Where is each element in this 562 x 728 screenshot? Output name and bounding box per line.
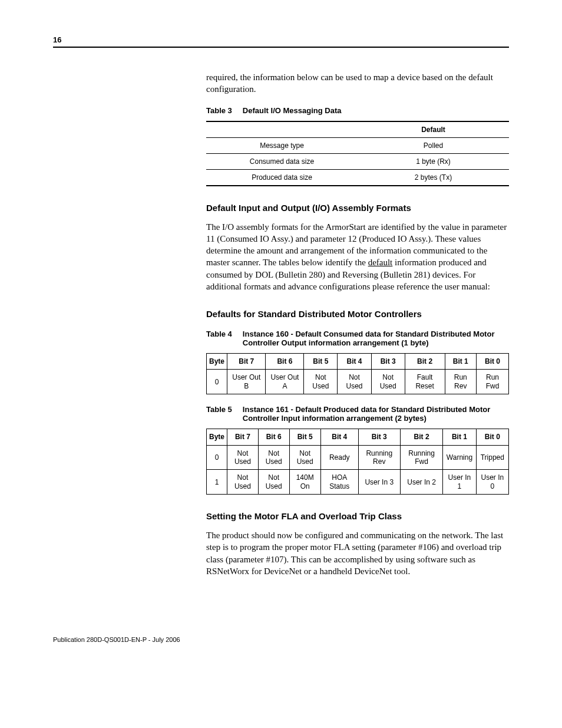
t5r0c4: Ready [320, 445, 358, 470]
table5-caption: Table 5 Instance 161 - Default Produced … [206, 405, 509, 423]
t4r0c7: Run Rev [445, 370, 477, 394]
table-row: 1 Not Used Not Used 140M On HOA Status U… [207, 470, 509, 495]
table4-title: Instance 160 - Default Consumed data for… [243, 330, 509, 347]
table4-header-row: Byte Bit 7 Bit 6 Bit 5 Bit 4 Bit 3 Bit 2… [207, 354, 509, 370]
t3-v2: 2 bytes (Tx) [358, 169, 509, 186]
main-content: required, the information below can be u… [206, 71, 509, 577]
t4r0c2: User Out A [266, 370, 304, 394]
t4h2: Bit 6 [266, 354, 304, 370]
t5r1c3: 140M On [289, 470, 320, 495]
t5r1c8: User In 0 [476, 470, 508, 495]
table3-label: Table 3 [206, 106, 232, 115]
table-row: Consumed data size 1 byte (Rx) [206, 153, 509, 169]
t4h0: Byte [207, 354, 227, 370]
t5r0c5: Running Rev [358, 445, 400, 470]
table-row: Message type Polled [206, 137, 509, 153]
t3-k0: Message type [206, 137, 358, 153]
table-row: 0 Not Used Not Used Not Used Ready Runni… [207, 445, 509, 470]
t5h0: Byte [207, 429, 227, 445]
t5r0c3: Not Used [289, 445, 320, 470]
t5h8: Bit 0 [476, 429, 508, 445]
t5r1c7: User In 1 [443, 470, 476, 495]
assembly-paragraph: The I/O assembly formats for the ArmorSt… [206, 221, 509, 293]
publication-footer: Publication 280D-QS001D-EN-P - July 2006 [53, 636, 509, 643]
table4-label: Table 4 [206, 330, 232, 347]
t5r0c8: Tripped [476, 445, 508, 470]
t5r1c5: User In 3 [358, 470, 400, 495]
t3-k2: Produced data size [206, 169, 358, 186]
heading-fla: Setting the Motor FLA and Overload Trip … [206, 511, 509, 521]
t5h5: Bit 3 [358, 429, 400, 445]
t4r0c3: Not Used [304, 370, 338, 394]
t4h4: Bit 4 [338, 354, 371, 370]
t5r1c2: Not Used [258, 470, 289, 495]
t4h8: Bit 0 [477, 354, 509, 370]
table-row: Produced data size 2 bytes (Tx) [206, 169, 509, 186]
t4r0c8: Run Fwd [477, 370, 509, 394]
table3: Default Message type Polled Consumed dat… [206, 121, 509, 186]
t5r0c2: Not Used [258, 445, 289, 470]
t5r1c0: 1 [207, 470, 227, 495]
t5r1c1: Not Used [227, 470, 259, 495]
t4r0c1: User Out B [227, 370, 266, 394]
t4h7: Bit 1 [445, 354, 477, 370]
t5h3: Bit 5 [289, 429, 320, 445]
table4-caption: Table 4 Instance 160 - Default Consumed … [206, 330, 509, 347]
t5h6: Bit 2 [400, 429, 442, 445]
table-row: 0 User Out B User Out A Not Used Not Use… [207, 370, 509, 394]
page-number: 16 [53, 35, 509, 44]
t5r0c6: Running Fwd [400, 445, 442, 470]
assembly-underline: default [368, 258, 393, 267]
fla-paragraph: The product should now be configured and… [206, 529, 509, 577]
t5r1c6: User In 2 [400, 470, 442, 495]
t3-v0: Polled [358, 137, 509, 153]
table3-header-default: Default [358, 121, 509, 138]
t5h1: Bit 7 [227, 429, 259, 445]
intro-paragraph: required, the information below can be u… [206, 71, 509, 95]
t4h5: Bit 3 [371, 354, 405, 370]
table3-title: Default I/O Messaging Data [243, 106, 509, 115]
table4: Byte Bit 7 Bit 6 Bit 5 Bit 4 Bit 3 Bit 2… [206, 353, 509, 394]
t3-k1: Consumed data size [206, 153, 358, 169]
t5r0c7: Warning [443, 445, 476, 470]
t5r0c1: Not Used [227, 445, 259, 470]
heading-assembly: Default Input and Output (I/O) Assembly … [206, 203, 509, 213]
t4h1: Bit 7 [227, 354, 266, 370]
header-rule [53, 47, 509, 48]
t5r0c0: 0 [207, 445, 227, 470]
table5-title: Instance 161 - Default Produced data for… [243, 405, 509, 423]
t4h6: Bit 2 [405, 354, 445, 370]
t4r0c6: Fault Reset [405, 370, 445, 394]
t3-v1: 1 byte (Rx) [358, 153, 509, 169]
table5-label: Table 5 [206, 405, 232, 423]
t5h4: Bit 4 [320, 429, 358, 445]
t5h7: Bit 1 [443, 429, 476, 445]
t4r0c5: Not Used [371, 370, 405, 394]
heading-defaults: Defaults for Standard Distributed Motor … [206, 309, 509, 319]
table5: Byte Bit 7 Bit 6 Bit 5 Bit 4 Bit 3 Bit 2… [206, 429, 509, 495]
table5-header-row: Byte Bit 7 Bit 6 Bit 5 Bit 4 Bit 3 Bit 2… [207, 429, 509, 445]
t5h2: Bit 6 [258, 429, 289, 445]
t4r0c0: 0 [207, 370, 227, 394]
t5r1c4: HOA Status [320, 470, 358, 495]
t4h3: Bit 5 [304, 354, 338, 370]
t4r0c4: Not Used [338, 370, 371, 394]
table3-caption: Table 3 Default I/O Messaging Data [206, 106, 509, 115]
